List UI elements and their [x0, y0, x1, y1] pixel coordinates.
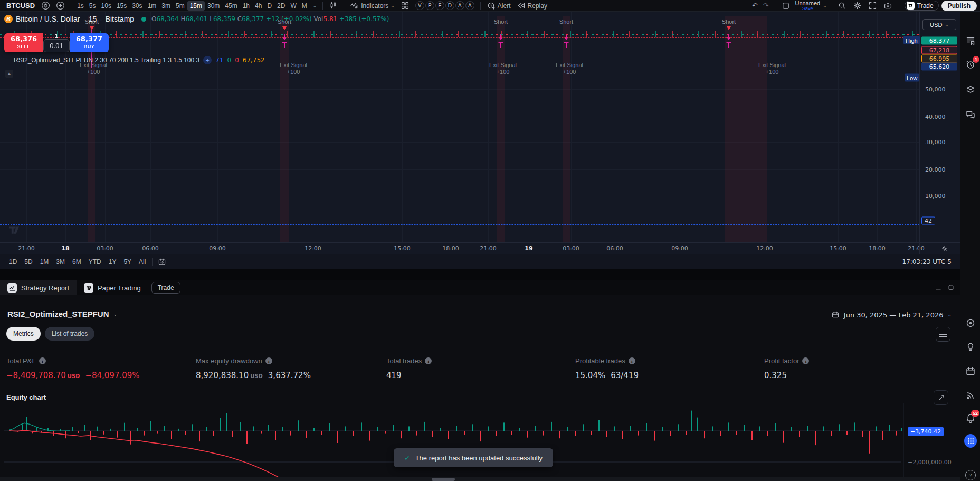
tab-strategy-report[interactable]: Strategy Report — [0, 280, 77, 295]
fullscreen-button[interactable] — [865, 0, 880, 11]
panel-trade-button[interactable]: Trade — [151, 282, 180, 294]
info-icon[interactable]: i — [39, 357, 46, 364]
range-5d[interactable]: 5D — [21, 257, 36, 267]
apps-button[interactable] — [964, 435, 977, 447]
timeframe-15m[interactable]: 15m — [187, 1, 205, 11]
info-icon[interactable]: i — [265, 357, 272, 364]
timeframe-10s[interactable]: 10s — [99, 1, 114, 11]
axis-settings-icon[interactable] — [941, 245, 948, 252]
symbol-search-button[interactable]: BTCUSD — [3, 1, 38, 11]
scrollbar-handle[interactable] — [432, 478, 455, 481]
chart-canvas[interactable]: ShortExit Signal+100ShortExit Signal+100… — [0, 12, 919, 242]
stop-price-line[interactable] — [0, 37, 919, 38]
streams-button[interactable] — [964, 317, 977, 329]
snapshot-button[interactable] — [881, 0, 895, 11]
timeframe-15s[interactable]: 15s — [114, 1, 129, 11]
layout-grid-button[interactable] — [398, 0, 412, 11]
range-1y[interactable]: 1Y — [105, 257, 120, 267]
strategy-legend[interactable]: RSI2_Optimized_STEPFUN 2 30 70 200 1.5 T… — [14, 56, 265, 64]
range-all[interactable]: All — [135, 257, 149, 267]
go-to-date-button[interactable] — [155, 257, 169, 267]
panel-resize-handle[interactable] — [0, 269, 960, 280]
chart-pane[interactable]: ShortExit Signal+100ShortExit Signal+100… — [0, 12, 960, 269]
legend-collapse-button[interactable]: ▲ — [5, 70, 13, 78]
symbol-detail-icon[interactable] — [39, 0, 53, 11]
quick-button-p[interactable]: P — [425, 1, 434, 10]
exchange-label[interactable]: Bitstamp — [106, 15, 134, 23]
help-button[interactable]: ? — [964, 469, 977, 481]
replay-button[interactable]: Replay — [514, 0, 550, 11]
info-icon[interactable]: i — [425, 357, 432, 364]
chat-button[interactable] — [964, 108, 977, 121]
quick-button-a[interactable]: A — [455, 1, 464, 10]
tab-paper-trading[interactable]: Paper Trading — [77, 280, 148, 295]
layout-name-block[interactable]: Unnamed Save — [794, 1, 822, 11]
report-settings-button[interactable] — [936, 327, 950, 342]
range-5y[interactable]: 5Y — [120, 257, 135, 267]
alert-button[interactable]: Alert — [484, 0, 513, 11]
quick-search-button[interactable] — [835, 0, 849, 11]
publish-button[interactable]: Publish — [941, 1, 977, 11]
horizontal-scrollbar[interactable] — [0, 477, 960, 481]
timeframe-5s[interactable]: 5s — [87, 1, 99, 11]
layout-select-button[interactable] — [779, 1, 793, 11]
compare-symbol-button[interactable] — [53, 0, 68, 11]
buy-button[interactable]: 68,377 BUY — [70, 33, 109, 52]
timeframe-5m[interactable]: 5m — [173, 1, 187, 11]
chart-style-button[interactable] — [326, 0, 340, 11]
quick-button-a[interactable]: A — [465, 1, 474, 10]
timeframe-2D[interactable]: 2D — [274, 1, 288, 11]
time-axis[interactable]: 21:001803:0006:0009:0012:0015:0018:0021:… — [0, 242, 919, 254]
range-6m[interactable]: 6M — [69, 257, 85, 267]
timeframe-D[interactable]: D — [264, 1, 274, 11]
interval-label[interactable]: 15 — [89, 15, 97, 23]
indicators-button[interactable]: Indicators ⌄ — [347, 0, 397, 11]
indicator-line[interactable] — [0, 224, 919, 225]
timeframe-W[interactable]: W — [288, 1, 299, 11]
timeframe-45m[interactable]: 45m — [222, 1, 240, 11]
timeframe-30s[interactable]: 30s — [129, 1, 145, 11]
tab-metrics[interactable]: Metrics — [6, 327, 41, 341]
strategy-name-selector[interactable]: RSI2_Optimized_STEPFUN ⌄ — [7, 309, 117, 318]
price-axis[interactable]: USD ⌄ 50,00040,00030,00020,00010,000 68,… — [919, 12, 960, 242]
calendar-button[interactable] — [964, 365, 977, 378]
timeframe-30m[interactable]: 30m — [205, 1, 222, 11]
news-flow-button[interactable] — [964, 389, 977, 402]
ideas-button[interactable] — [964, 341, 977, 353]
strategy-legend-title[interactable]: RSI2_Optimized_STEPFUN 2 30 70 200 1.5 T… — [14, 56, 199, 64]
timeframe-4h[interactable]: 4h — [252, 1, 264, 11]
timeframe-1s[interactable]: 1s — [74, 1, 87, 11]
range-1d[interactable]: 1D — [5, 257, 21, 267]
range-ytd[interactable]: YTD — [85, 257, 105, 267]
quantity-field[interactable]: 0.01 — [43, 39, 70, 52]
trade-button[interactable]: Trade — [905, 1, 939, 11]
clock-label[interactable]: 17:03:23 UTC-5 — [902, 258, 955, 266]
object-tree-button[interactable] — [964, 83, 977, 96]
redo-button[interactable]: ↷ — [761, 2, 771, 10]
date-range-selector[interactable]: Jun 30, 2025 — Feb 21, 2026 ⌄ — [831, 310, 952, 319]
alerts-button[interactable]: 1 — [964, 58, 977, 71]
legend-sparkle-icon[interactable]: ✦ — [203, 56, 212, 64]
timeframe-1m[interactable]: 1m — [145, 1, 159, 11]
watchlist-button[interactable] — [964, 34, 977, 47]
tab-list-of-trades[interactable]: List of trades — [45, 327, 95, 341]
range-1m[interactable]: 1M — [36, 257, 53, 267]
notifications-button[interactable]: 52 — [964, 412, 977, 425]
entry-price-line[interactable] — [0, 36, 919, 36]
info-icon[interactable]: i — [802, 357, 809, 364]
timeframe-3m[interactable]: 3m — [159, 1, 173, 11]
settings-button[interactable] — [850, 0, 864, 11]
quick-button-d[interactable]: D — [445, 1, 454, 10]
timeframe-M[interactable]: M — [299, 1, 310, 11]
currency-selector[interactable]: USD ⌄ — [922, 19, 956, 30]
undo-button[interactable]: ↶ — [750, 2, 760, 10]
panel-minimize-button[interactable] — [934, 283, 943, 293]
quick-button-v[interactable]: V — [415, 1, 424, 10]
symbol-title[interactable]: Bitcoin / U.S. Dollar — [16, 15, 80, 23]
info-icon[interactable]: i — [629, 357, 635, 364]
chart-legend-header[interactable]: B Bitcoin / U.S. Dollar · 15 · Bitstamp … — [4, 15, 389, 23]
range-3m[interactable]: 3M — [52, 257, 69, 267]
market-status-icon[interactable] — [141, 17, 146, 22]
sell-button[interactable]: 68,376 SELL — [4, 33, 43, 52]
quick-button-f[interactable]: F — [435, 1, 444, 10]
